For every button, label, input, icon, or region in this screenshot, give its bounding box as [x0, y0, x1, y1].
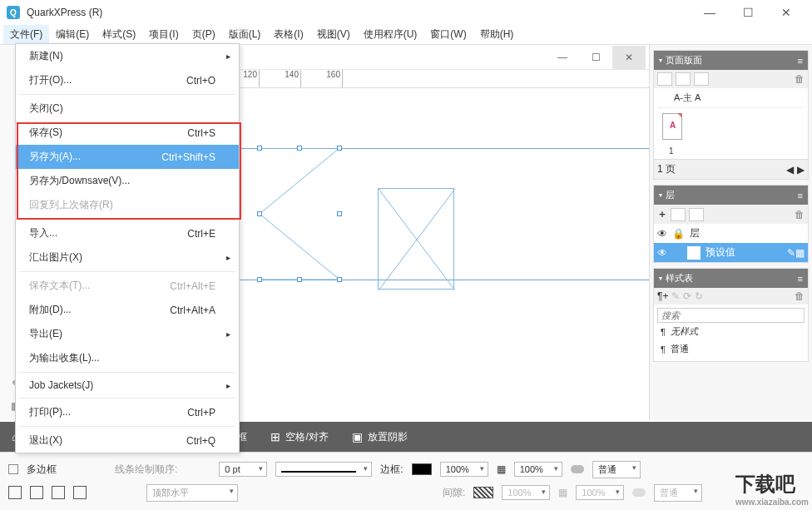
gap-opacity-combo[interactable]: 100% — [502, 485, 550, 500]
edit-layer-icon[interactable]: ✎▦ — [787, 247, 805, 259]
panel-menu-icon[interactable]: ≡ — [798, 191, 803, 201]
menu-item-x[interactable]: 汇出图片(X)▸ — [16, 245, 239, 270]
menu-page[interactable]: 页(P) — [186, 25, 222, 44]
border-mode-combo[interactable]: 普通 — [592, 461, 641, 478]
menu-utilities[interactable]: 使用程序(U) — [357, 25, 424, 44]
trash-icon[interactable]: 🗑 — [795, 73, 805, 85]
panel-menu-icon[interactable]: ≡ — [798, 56, 803, 66]
watermark: 下载吧 www.xiazaiba.com — [735, 471, 809, 507]
menubar: 文件(F) 编辑(E) 样式(S) 项目(I) 页(P) 版面(L) 表格(I)… — [0, 25, 812, 45]
menu-window[interactable]: 窗口(W) — [423, 25, 473, 44]
toggle-icon[interactable] — [632, 488, 646, 497]
style-search-input[interactable] — [657, 308, 805, 323]
doc-close-button[interactable]: ✕ — [612, 46, 646, 69]
menu-item-s[interactable]: 保存(S)Ctrl+S — [16, 121, 239, 145]
update-style-icon[interactable]: ↻ — [695, 290, 703, 302]
close-button[interactable]: ✕ — [767, 0, 805, 25]
order-label: 线条绘制顺序: — [115, 463, 177, 477]
corner-swatch-3[interactable] — [52, 486, 65, 499]
corner-swatch-2[interactable] — [30, 486, 43, 499]
svg-line-1 — [260, 148, 339, 214]
menu-view[interactable]: 视图(V) — [310, 25, 357, 44]
menu-help[interactable]: 帮助(H) — [473, 25, 521, 44]
layer-header-row: 👁 🔒 层 — [654, 224, 808, 243]
selected-box[interactable] — [260, 148, 339, 280]
page-number-label: 1 — [669, 146, 805, 156]
menu-edit[interactable]: 编辑(E) — [49, 25, 96, 44]
eye-icon[interactable]: 👁 — [657, 247, 667, 259]
menu-style[interactable]: 样式(S) — [96, 25, 142, 44]
menu-item-p[interactable]: 打印(P)...Ctrl+P — [16, 400, 239, 424]
picture-box[interactable] — [378, 188, 454, 290]
trash-icon[interactable]: 🗑 — [795, 209, 805, 220]
menu-item-d[interactable]: 附加(D)...Ctrl+Alt+A — [16, 298, 239, 322]
svg-line-2 — [260, 214, 339, 280]
new-style-icon[interactable]: ¶+ — [657, 290, 668, 302]
corner-swatch-4[interactable] — [73, 486, 87, 499]
menu-item-a[interactable]: 另存为(A)...Ctrl+Shift+S — [16, 145, 239, 169]
paragraph-icon: ¶ — [661, 344, 666, 354]
sync-style-icon[interactable]: ⟳ — [683, 290, 691, 302]
collapse-icon: ▾ — [659, 57, 662, 64]
panel-menu-icon[interactable]: ≡ — [798, 274, 803, 284]
styles-panel-header[interactable]: ▾ 样式表 ≡ — [654, 269, 808, 288]
minimize-button[interactable]: — — [691, 0, 729, 25]
menu-item-n[interactable]: 新建(N)▸ — [16, 44, 239, 68]
stroke-width-combo[interactable]: 0 pt — [219, 462, 267, 477]
eye-icon: 👁 — [657, 228, 667, 240]
dup-page-icon[interactable] — [676, 72, 691, 86]
layer-icon-2[interactable] — [689, 208, 704, 221]
order-combo[interactable]: 顶部水平 — [146, 484, 238, 502]
border-opacity-combo[interactable]: 100% — [440, 462, 488, 477]
scroll-left-icon[interactable]: ◀ — [786, 164, 794, 176]
menu-item-e[interactable]: 导出(E)▸ — [16, 322, 239, 346]
maximize-button[interactable]: ☐ — [729, 0, 767, 25]
doc-maximize-button[interactable]: ☐ — [579, 46, 612, 69]
master-page-label[interactable]: A-主 A — [674, 92, 701, 104]
gap-swatch[interactable] — [473, 487, 493, 498]
menu-table[interactable]: 表格(I) — [267, 25, 309, 44]
border-color-swatch[interactable] — [412, 463, 432, 475]
menu-file[interactable]: 文件(F) — [3, 25, 49, 44]
file-menu-dropdown: 新建(N)▸打开(O)...Ctrl+O关闭(C)保存(S)Ctrl+S另存为(… — [15, 43, 240, 453]
layer-color-swatch — [687, 246, 701, 260]
layer-icon-1[interactable] — [671, 208, 686, 221]
trash-icon[interactable]: 🗑 — [795, 290, 805, 302]
opacity-icon: ▦ — [558, 487, 567, 498]
menu-item-jobjacketsj[interactable]: Job Jackets(J)▸ — [16, 374, 239, 396]
menu-item[interactable]: 项目(I) — [142, 25, 185, 44]
pages-panel: ▾ 页面版面 ≡ 🗑 A-主 A A — [653, 50, 809, 180]
border-color-label: 边框: — [380, 463, 403, 477]
menu-item-l[interactable]: 为输出收集(L)... — [16, 346, 239, 370]
page-thumbnail[interactable]: A — [662, 113, 682, 140]
edit-style-icon[interactable]: ✎ — [671, 290, 680, 302]
menu-item-[interactable]: 导入...Ctrl+E — [16, 221, 239, 245]
pages-panel-header[interactable]: ▾ 页面版面 ≡ — [654, 51, 808, 70]
layer-row-default[interactable]: 👁 预设值 ✎▦ — [654, 243, 808, 262]
scroll-right-icon[interactable]: ▶ — [797, 164, 805, 176]
shade-combo[interactable]: 100% — [514, 462, 562, 477]
page-icon[interactable] — [694, 72, 709, 86]
menu-layout[interactable]: 版面(L) — [222, 25, 268, 44]
tab-shadow[interactable]: ▣放置阴影 — [340, 422, 419, 452]
collapse-icon: ▾ — [659, 275, 662, 282]
doc-minimize-button[interactable]: — — [546, 46, 579, 69]
menu-item-c[interactable]: 关闭(C) — [16, 97, 239, 121]
styles-panel: ▾ 样式表 ≡ ¶+ ✎ ⟳ ↻ 🗑 ¶ 无样式 ¶ 普通 — [653, 268, 809, 362]
multiborder-checkbox[interactable] — [8, 464, 18, 474]
menu-item-x[interactable]: 退出(X)Ctrl+Q — [16, 428, 239, 453]
new-page-icon[interactable] — [657, 72, 672, 86]
menu-item-downsavev[interactable]: 另存为/Downsave(V)... — [16, 169, 239, 193]
menu-item-o[interactable]: 打开(O)...Ctrl+O — [16, 68, 239, 92]
shadow-icon: ▣ — [352, 430, 363, 443]
gap-shade-combo[interactable]: 100% — [576, 485, 624, 500]
style-none[interactable]: ¶ 无样式 — [657, 323, 805, 340]
toggle-icon[interactable] — [571, 465, 584, 473]
layers-panel-header[interactable]: ▾ 层 ≡ — [654, 186, 808, 205]
add-layer-icon[interactable]: ＋ — [657, 207, 667, 221]
style-normal[interactable]: ¶ 普通 — [657, 340, 805, 358]
line-style-combo[interactable] — [275, 462, 372, 477]
corner-swatch-1[interactable] — [8, 486, 22, 499]
gap-mode-combo[interactable]: 普通 — [654, 484, 702, 502]
tab-spacing[interactable]: ⊞空格/对齐 — [259, 422, 339, 452]
